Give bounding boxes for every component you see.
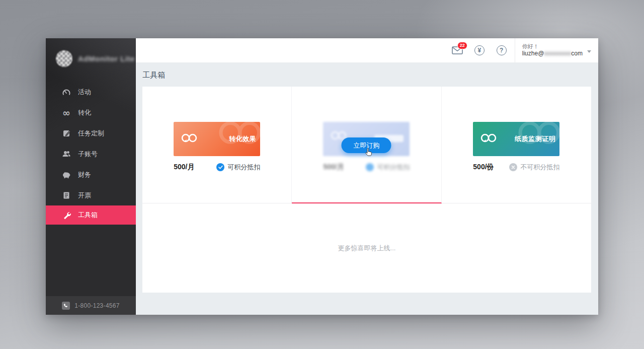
piggy-bank-icon [62,170,71,179]
phone-icon [62,302,70,310]
infinity-icon: ∞ [62,108,71,117]
brand-logo-blurred [56,50,72,67]
toolbox-panel: 转化效果 500/月 可积分抵扣 [142,87,591,293]
price-row-blurred: 500/月 可积分抵扣 [323,163,410,172]
points-not-deductible: 不可积分抵扣 [509,163,559,172]
product-name: 纸质监测证明 [497,134,559,144]
main-area: 22 ¥ ? 你好！ liuzhe@xxxxxxxxxcom 工具箱 [136,38,598,315]
sidebar-nav: 活动 ∞ 转化 任务定制 子账号 [46,82,136,225]
price-row: 500/份 不可积分抵扣 [473,163,559,172]
gauge-icon [62,88,71,97]
sidebar-item-label: 任务定制 [78,129,104,138]
sidebar-item-label: 开票 [78,191,91,200]
tool-card-hovered[interactable]: 500/月 可积分抵扣 立即订购 [292,87,441,203]
page-title: 工具箱 [142,63,591,87]
header-icons: 22 ¥ ? [451,44,508,56]
price: 500/份 [473,163,494,172]
users-icon [62,150,71,159]
support-phone-number: 1-800-123-4567 [74,302,120,309]
invoice-icon [62,191,71,200]
edit-icon [62,129,71,138]
go-logo-icon [181,132,198,146]
email-blurred-segment: xxxxxxxxx [544,50,571,57]
check-circle-icon [216,163,224,171]
product-name: 转化效果 [198,134,260,144]
user-greeting: 你好！ [522,43,583,50]
price-blurred: 500/月 [323,163,344,172]
sidebar-item-label: 活动 [78,88,91,97]
product-banner: 转化效果 [174,122,260,156]
sidebar-item-activity[interactable]: 活动 [46,82,136,102]
sidebar-item-subaccounts[interactable]: 子账号 [46,144,136,164]
user-menu[interactable]: 你好！ liuzhe@xxxxxxxxxcom [515,38,598,62]
brand-area[interactable]: AdMonitor Lite [46,38,136,71]
mail-icon[interactable]: 22 [451,44,463,56]
sidebar-item-label: 财务 [78,170,91,179]
subscribe-now-button[interactable]: 立即订购 [342,137,391,153]
sidebar-item-finance[interactable]: 财务 [46,164,136,185]
wrench-icon [62,211,71,220]
sidebar-item-label: 转化 [78,108,91,117]
top-header: 22 ¥ ? 你好！ liuzhe@xxxxxxxxxcom [136,38,598,63]
check-circle-icon [366,163,374,171]
currency-yuan-icon[interactable]: ¥ [473,44,486,56]
tool-cards-row: 转化效果 500/月 可积分抵扣 [142,87,591,203]
points-blurred: 可积分抵扣 [366,163,410,172]
tool-card-conversion-effect[interactable]: 转化效果 500/月 可积分抵扣 [142,87,292,203]
chevron-down-icon [587,50,591,53]
tool-card-paper-certificate[interactable]: 纸质监测证明 500/份 不可积分抵扣 [442,87,591,203]
x-circle-icon [509,163,517,171]
go-logo-icon [480,132,497,146]
price: 500/月 [174,163,194,172]
app-window: AdMonitor Lite 活动 ∞ 转化 任务定制 [46,38,598,315]
price-row: 500/月 可积分抵扣 [174,163,260,172]
user-email: liuzhe@xxxxxxxxxcom [522,50,583,57]
content-area: 工具箱 转化效果 [136,63,598,315]
sidebar-item-label: 子账号 [78,150,98,159]
sidebar-item-label: 工具箱 [78,211,98,220]
help-icon[interactable]: ? [496,44,508,56]
points-deductible: 可积分抵扣 [216,163,260,172]
sidebar: AdMonitor Lite 活动 ∞ 转化 任务定制 [46,38,136,315]
sidebar-item-task-custom[interactable]: 任务定制 [46,123,136,144]
sidebar-item-invoicing[interactable]: 开票 [46,185,136,205]
sidebar-item-conversion[interactable]: ∞ 转化 [46,102,136,123]
brand-name-blurred: AdMonitor Lite [78,54,135,63]
coming-soon-text: 更多惊喜即将上线... [142,203,591,293]
product-banner: 纸质监测证明 [473,122,559,156]
sidebar-item-toolbox[interactable]: 工具箱 [46,205,136,225]
support-phone: 1-800-123-4567 [46,296,136,315]
mail-badge: 22 [457,42,467,49]
